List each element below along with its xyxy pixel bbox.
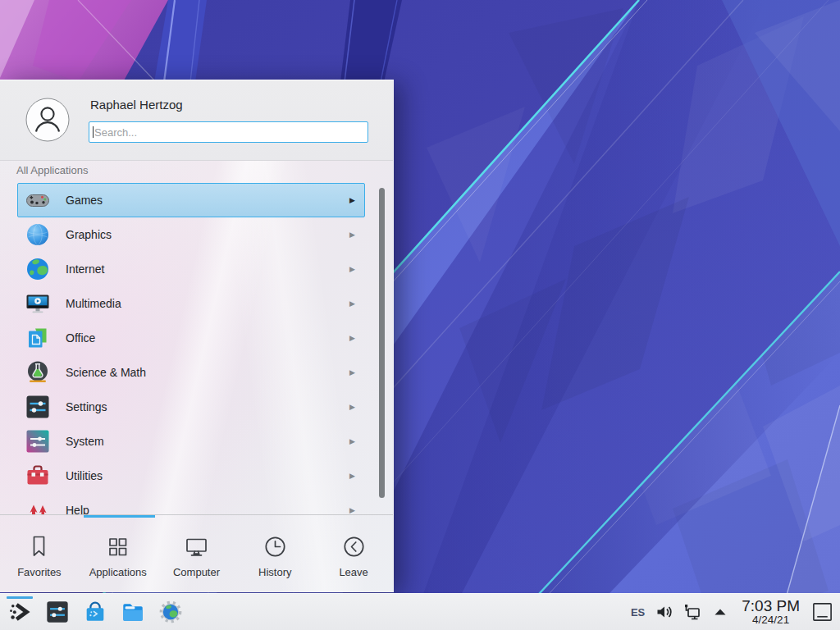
show-desktop-button[interactable]: [811, 600, 833, 623]
tab-label: Leave: [339, 566, 368, 578]
volume-icon[interactable]: [655, 602, 674, 622]
science-flask-icon: [25, 359, 51, 386]
scrollbar[interactable]: [379, 188, 385, 498]
tab-label: Computer: [173, 566, 220, 578]
system-settings-icon: [45, 600, 70, 624]
tab-label: Applications: [89, 566, 147, 578]
tab-label: Favorites: [17, 566, 61, 578]
category-graphics[interactable]: Graphics▶: [17, 217, 365, 252]
expander-up-icon[interactable]: [710, 602, 730, 622]
gamepad-icon: [25, 187, 51, 213]
category-label: Settings: [66, 400, 107, 413]
leave-circle-icon: [341, 534, 367, 559]
submenu-arrow-icon: ▶: [349, 507, 355, 514]
computer-icon: [184, 534, 209, 559]
app-grid-icon: [105, 534, 130, 559]
category-utilities[interactable]: Utilities▶: [17, 459, 365, 493]
digital-clock[interactable]: 7:03 PM 4/24/21: [742, 598, 800, 626]
submenu-arrow-icon: ▶: [349, 335, 355, 342]
submenu-arrow-icon: ▶: [349, 438, 355, 445]
taskbar-apps: [0, 594, 183, 630]
globe-icon: [25, 256, 51, 282]
tab-applications[interactable]: Applications: [79, 518, 158, 593]
media-player-icon: [25, 290, 51, 317]
taskbar-application-launcher[interactable]: [7, 600, 32, 624]
submenu-arrow-icon: ▶: [349, 369, 355, 377]
category-label: System: [66, 435, 104, 448]
category-label: Games: [66, 194, 103, 207]
desktop: Raphael Hertzog All Applications Games▶G…: [0, 0, 840, 630]
category-office[interactable]: Office▶: [17, 321, 365, 355]
clock-time: 7:03 PM: [742, 598, 800, 614]
application-launcher: Raphael Hertzog All Applications Games▶G…: [0, 80, 394, 592]
tab-history[interactable]: History: [235, 518, 314, 593]
launcher-tab-bar: FavoritesApplicationsComputerHistoryLeav…: [0, 518, 393, 593]
settings-sliders-icon: [25, 394, 51, 420]
submenu-arrow-icon: ▶: [349, 404, 355, 411]
category-settings[interactable]: Settings▶: [17, 390, 365, 424]
search-input[interactable]: [89, 121, 368, 143]
office-document-icon: [25, 325, 51, 351]
taskbar-web-browser[interactable]: [158, 600, 183, 624]
taskbar-discover[interactable]: [83, 600, 107, 624]
category-label: Multimedia: [66, 297, 121, 310]
network-icon[interactable]: [682, 602, 702, 622]
section-label: All Applications: [16, 164, 88, 176]
text-caret: [93, 126, 94, 138]
clock-icon: [262, 534, 288, 559]
submenu-arrow-icon: ▶: [349, 197, 355, 204]
taskbar-system-settings[interactable]: [45, 600, 70, 624]
tab-separator: [0, 514, 393, 515]
category-label: Office: [66, 331, 95, 345]
launcher-header: Raphael Hertzog: [0, 80, 393, 161]
category-label: Utilities: [66, 469, 103, 482]
category-internet[interactable]: Internet▶: [17, 252, 365, 286]
category-label: Help: [66, 504, 89, 514]
discover-bag-icon: [83, 600, 107, 624]
tab-label: History: [258, 566, 291, 578]
category-label: Graphics: [66, 228, 112, 241]
help-arrows-icon: [25, 497, 51, 514]
submenu-arrow-icon: ▶: [349, 472, 355, 480]
paint-sphere-icon: [25, 221, 51, 248]
category-system[interactable]: System▶: [17, 424, 365, 459]
system-tray: ES 7:03 PM 4/24/21: [629, 594, 833, 630]
keyboard-layout-indicator[interactable]: ES: [629, 606, 646, 619]
tab-computer[interactable]: Computer: [158, 518, 236, 593]
clock-date: 4/24/21: [752, 614, 789, 626]
active-tab-indicator: [84, 515, 155, 518]
taskbar: ES 7:03 PM 4/24/21: [0, 593, 840, 630]
taskbar-file-manager[interactable]: [121, 600, 145, 624]
bookmark-icon: [26, 534, 52, 559]
submenu-arrow-icon: ▶: [349, 300, 355, 308]
category-help[interactable]: Help▶: [17, 493, 365, 514]
category-label: Internet: [66, 262, 104, 276]
submenu-arrow-icon: ▶: [349, 231, 355, 239]
category-list: Games▶Graphics▶Internet▶Multimedia▶Offic…: [0, 183, 394, 514]
system-sliders-icon: [25, 428, 51, 454]
category-science-math[interactable]: Science & Math▶: [17, 355, 365, 390]
category-games[interactable]: Games▶: [17, 183, 365, 217]
tab-favorites[interactable]: Favorites: [0, 518, 79, 593]
folder-icon: [121, 600, 145, 624]
user-avatar[interactable]: [25, 98, 70, 142]
category-multimedia[interactable]: Multimedia▶: [17, 286, 365, 321]
globe-gear-icon: [158, 600, 183, 624]
category-label: Science & Math: [66, 366, 146, 379]
kde-launcher-icon: [7, 600, 32, 624]
submenu-arrow-icon: ▶: [349, 266, 355, 273]
toolbox-icon: [25, 463, 51, 489]
user-name: Raphael Hertzog: [90, 98, 183, 112]
tab-leave[interactable]: Leave: [314, 518, 393, 593]
